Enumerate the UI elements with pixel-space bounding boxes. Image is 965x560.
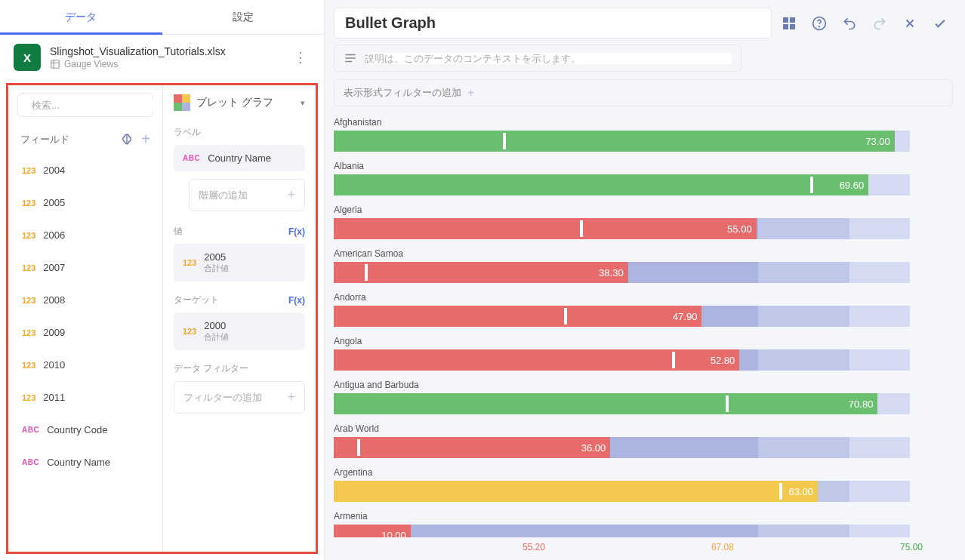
field-name: 2007 [43,262,65,273]
bullet-value-bar: 73.00 [334,131,895,152]
bullet-row: Albania 69.60 [334,161,948,195]
bullet-label: Armenia [334,511,948,522]
label-section-title: ラベル [174,126,305,139]
bullet-chart-area: Afghanistan 73.00 Albania 69.60 Algeria … [334,117,953,537]
bullet-target-mark [580,220,583,237]
value-section-title: 値 [174,225,183,238]
bullet-value-bar: 52.80 [334,349,739,371]
field-item[interactable]: 1232004 [13,154,158,186]
left-tabs: データ 設定 [0,0,324,35]
add-data-filter-button[interactable]: フィルターの追加+ [174,381,305,414]
bullet-label: American Samoa [334,248,948,259]
field-item[interactable]: ABCCountry Code [13,414,158,446]
right-panel: 表示形式フィルターの追加+ Afghanistan 73.00 Albania … [325,0,965,560]
bullet-graph-icon [174,94,190,111]
field-item[interactable]: 1232009 [13,316,158,349]
excel-icon: X [14,44,41,71]
field-type-badge: 123 [22,328,35,337]
target-chip[interactable]: 123 2000 合計値 [174,312,305,350]
bullet-bar: 47.90 [334,306,948,327]
bullet-label: Algeria [334,205,948,215]
bullet-label: Angola [334,336,948,346]
field-item[interactable]: ABCCountry Name [13,446,158,478]
bullet-target-mark [726,395,729,412]
bullet-row: Algeria 55.00 [334,205,948,239]
search-field[interactable] [32,100,159,111]
bullet-label: Arab World [334,423,948,434]
bullet-bar: 69.60 [334,174,948,195]
field-type-badge: 123 [22,231,35,240]
fx-button-value[interactable]: F(x) [288,226,305,237]
bullet-bar: 52.80 [334,349,948,371]
brain-icon[interactable] [120,133,134,146]
label-chip[interactable]: ABC Country Name [174,145,305,171]
bullet-value-bar: 47.90 [334,306,701,327]
bullet-target-mark [564,308,567,325]
help-icon[interactable] [806,11,832,36]
value-chip[interactable]: 123 2005 合計値 [174,244,305,282]
chart-legend: 55.20 67.08 75.00 [334,537,953,552]
left-panel: データ 設定 X Slingshot_Visualization_Tutoria… [0,0,325,560]
filter-section-title: データ フィルター [174,362,305,375]
bullet-target-mark [357,439,360,456]
add-hierarchy-button[interactable]: 階層の追加+ [189,179,305,211]
bullet-row: Afghanistan 73.00 [334,117,948,152]
add-field-icon[interactable]: + [141,131,150,148]
field-type-badge: 123 [22,166,35,175]
field-name: 2005 [43,197,65,208]
bullet-bar: 63.00 [334,481,948,502]
bullet-row: Argentina 63.00 [334,467,948,502]
bullet-row: American Samoa 38.30 [334,248,948,283]
file-more-icon[interactable]: ⋮ [291,46,310,69]
bullet-row: Arab World 36.00 [334,423,948,458]
tab-data[interactable]: データ [0,0,162,34]
viz-type-selector[interactable]: ブレット グラフ ▾ [174,94,305,111]
bullet-label: Argentina [334,467,948,478]
grid-view-icon[interactable] [776,11,802,36]
field-type-badge: 123 [22,296,35,305]
bullet-value-bar: 36.00 [334,437,610,458]
svg-point-3 [819,26,820,26]
sheet-name: Gauge Views [50,59,282,69]
field-type-badge: 123 [22,198,35,208]
redo-icon[interactable] [867,11,893,36]
file-row: X Slingshot_Visualization_Tutorials.xlsx… [0,35,324,80]
close-icon[interactable] [897,11,923,36]
field-name: 2008 [43,294,65,306]
add-viz-filter-button[interactable]: 表示形式フィルターの追加+ [334,79,953,106]
field-item[interactable]: 1232005 [13,186,158,219]
bullet-value-bar: 55.00 [334,218,757,239]
field-item[interactable]: 1232007 [13,251,158,284]
bullet-label: Albania [334,161,948,171]
viz-title-input[interactable] [334,8,772,38]
bullet-bar: 38.30 [334,262,948,283]
field-name: 2011 [43,392,65,403]
tab-settings[interactable]: 設定 [162,0,325,34]
field-name: 2009 [43,327,65,338]
undo-icon[interactable] [837,11,862,36]
field-name: 2004 [43,165,65,176]
svg-rect-0 [51,60,60,69]
fx-button-target[interactable]: F(x) [288,295,305,306]
bullet-target-mark [365,264,368,281]
field-item[interactable]: 1232011 [13,381,158,414]
bullet-bar: 73.00 [334,131,948,152]
field-type-badge: ABC [22,426,39,434]
fields-title: フィールド [20,133,69,146]
confirm-icon[interactable] [927,11,953,36]
bullet-target-mark [779,483,782,500]
field-type-badge: ABC [22,458,39,466]
bullet-value-bar: 63.00 [334,481,818,502]
field-name: 2006 [43,229,65,241]
field-item[interactable]: 1232010 [13,349,158,381]
search-input[interactable] [17,93,153,117]
field-item[interactable]: 1232006 [13,219,158,251]
bullet-value-bar: 70.80 [334,393,877,414]
fields-column: フィールド + 12320041232005123200612320071232… [8,85,163,552]
bullet-label: Antigua and Barbuda [334,380,948,390]
bullet-value-bar: 10.00 [334,525,411,537]
fields-editor-region: フィールド + 12320041232005123200612320071232… [6,83,318,554]
bullet-value-bar: 69.60 [334,174,868,195]
description-input[interactable] [334,45,741,72]
field-item[interactable]: 1232008 [13,284,158,316]
